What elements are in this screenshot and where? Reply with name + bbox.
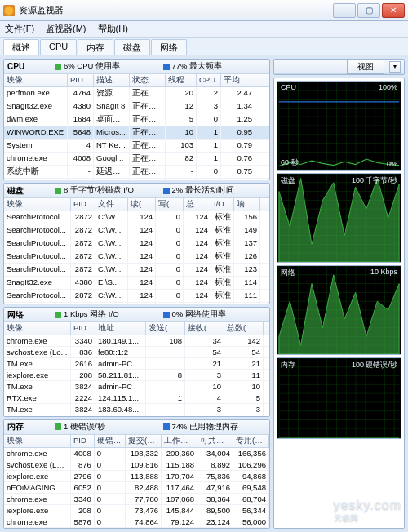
net-meter-2: 0% 网络使用率 — [172, 309, 226, 320]
table-row[interactable]: iexplore.exe20858.211.81...8311 — [4, 370, 269, 381]
panel-network: 网络 1 Kbps 网络 I/O 0% 网络使用率 映像PID地址发送(字节..… — [3, 307, 270, 416]
tab-disk[interactable]: 磁盘 — [114, 39, 150, 55]
graph-panel: CPU100%60 秒0%磁盘100 千字节/秒网络10 Kbps内存100 硬… — [273, 78, 405, 529]
left-pane: CPU 6% CPU 使用率 77% 最大频率 映像PID描述状态线程...CP… — [0, 55, 273, 532]
column-header[interactable]: PID — [71, 322, 95, 335]
graph-磁盘: 磁盘100 千字节/秒 — [277, 173, 401, 263]
column-header[interactable]: 线程... — [166, 74, 197, 86]
column-header[interactable]: 工作集... — [162, 435, 197, 447]
maximize-button[interactable]: ▢ — [357, 3, 380, 18]
menu-bar: 文件(F) 监视器(M) 帮助(H) — [0, 21, 408, 38]
table-row[interactable]: TM.exe2616183.60.48...33 — [4, 415, 269, 416]
column-header[interactable]: 映像 — [4, 198, 71, 211]
column-header[interactable]: I/O... — [211, 198, 234, 211]
panel-memory: 内存 1 硬错误/秒 74% 已用物理内存 映像PID硬错误/...提交(KB)… — [3, 419, 270, 529]
graph-CPU: CPU100%60 秒0% — [277, 81, 401, 171]
right-pane: 视图 ▾ CPU100%60 秒0%磁盘100 千字节/秒网络10 Kbps内存… — [273, 55, 408, 532]
menu-file[interactable]: 文件(F) — [5, 23, 34, 35]
table-row[interactable]: System4NT Ker...正在运行10310.79 — [4, 140, 269, 153]
table-row[interactable]: RTX.exe2224124.115.1...145 — [4, 392, 269, 404]
table-row[interactable]: chrome.exe4008Googl...正在运行8210.76 — [4, 153, 269, 166]
menu-help[interactable]: 帮助(H) — [98, 23, 128, 35]
mem-meter-1: 1 硬错误/秒 — [64, 422, 105, 432]
cpu-meter-1: 6% CPU 使用率 — [64, 61, 120, 72]
minimize-button[interactable]: — — [333, 3, 356, 18]
column-header[interactable]: PID — [68, 74, 94, 86]
table-row[interactable]: SearchProtocol...2872C:\W...1240124标准126 — [4, 250, 269, 264]
table-row[interactable]: iexplore.exe208073,476145,84489,50056,34… — [4, 505, 269, 516]
table-row[interactable]: 系统中断-延迟过...正在运行-00.75 — [4, 166, 269, 179]
column-header[interactable]: 硬错误/... — [95, 435, 126, 447]
titlebar: 资源监视器 — ▢ ✕ — [0, 0, 408, 21]
table-row[interactable]: SnagIt32.exe4380E:\S...1240124标准114 — [4, 277, 269, 290]
column-header[interactable]: CPU — [197, 74, 221, 86]
table-row[interactable]: TM.exe3824admin-PC1010 — [4, 381, 269, 392]
menu-monitor[interactable]: 监视器(M) — [46, 23, 86, 35]
table-row[interactable]: WINWORD.EXE5648063,056156,500101,52454,9… — [4, 528, 269, 529]
column-header[interactable]: 发送(字节... — [146, 322, 185, 335]
mem-meter-2: 74% 已用物理内存 — [172, 422, 239, 432]
table-row[interactable]: svchost.exe (Lo...836fe80::1:25454 — [4, 347, 269, 358]
column-header[interactable]: 映像 — [4, 435, 71, 447]
column-header[interactable]: 专用(KB) — [233, 435, 269, 447]
column-header[interactable]: 映像 — [4, 322, 71, 335]
table-row[interactable]: chrome.exe3340077,780107,06838,36468,704 — [4, 494, 269, 505]
column-header[interactable]: 提交(KB) — [126, 435, 162, 447]
column-header[interactable]: 响应... — [234, 198, 260, 211]
column-header[interactable]: 接收(字节... — [185, 322, 224, 335]
table-row[interactable]: SearchProtocol...2872C:\W...1240124标准137 — [4, 237, 269, 250]
table-row[interactable]: chrome.exe3340180.149.1...10834142 — [4, 335, 269, 347]
tab-network[interactable]: 网络 — [151, 39, 187, 55]
column-header[interactable]: 总数(字节... — [224, 322, 264, 335]
table-row[interactable]: SearchProtocol...2872C:\W...1240124标准156 — [4, 211, 269, 224]
panel-disk-title: 磁盘 — [7, 185, 50, 197]
table-row[interactable]: csrss.exe456Client ...正在运行1400.31 — [4, 179, 269, 180]
column-header[interactable]: 地址 — [95, 322, 146, 335]
column-header[interactable]: 描述 — [94, 74, 130, 86]
tab-memory[interactable]: 内存 — [78, 39, 113, 55]
tab-bar: 概述 CPU 内存 磁盘 网络 — [0, 38, 408, 55]
table-row[interactable]: SearchProtocol...2872C:\W...1240124标准102 — [4, 303, 269, 304]
column-header[interactable]: 文件 — [95, 198, 128, 211]
table-row[interactable]: iexplore.exe27960113,888170,70475,83694,… — [4, 471, 269, 482]
column-header[interactable]: 读(字... — [128, 198, 156, 211]
table-row[interactable]: SearchProtocol...2872C:\W...1240124标准149 — [4, 224, 269, 237]
table-row[interactable]: perfmon.exe4764资源和...正在运行2022.47 — [4, 87, 269, 100]
window-title: 资源监视器 — [19, 4, 333, 16]
net-meter-1: 1 Kbps 网络 I/O — [64, 309, 119, 320]
panel-net-title: 网络 — [7, 309, 50, 321]
table-row[interactable]: chrome.exe5876074,86479,12423,12456,000 — [4, 516, 269, 528]
column-header[interactable]: PID — [71, 198, 95, 211]
view-button[interactable]: 视图 — [347, 60, 384, 74]
table-row[interactable]: TM.exe2616admin-PC2121 — [4, 358, 269, 370]
table-row[interactable]: SnagIt32.exe4380SnagIt 8正在运行1231.34 — [4, 100, 269, 113]
column-header[interactable]: 可共享(... — [197, 435, 233, 447]
app-icon — [3, 5, 15, 16]
table-row[interactable]: WINWORD.EXE5648Micros...正在运行1010.95 — [4, 126, 269, 140]
panel-cpu-title: CPU — [7, 62, 50, 71]
table-row[interactable]: SearchProtocol...2872C:\W...1240124标准111 — [4, 290, 269, 303]
graph-网络: 网络10 Kbps — [277, 265, 401, 355]
panel-cpu: CPU 6% CPU 使用率 77% 最大频率 映像PID描述状态线程...CP… — [3, 59, 270, 180]
table-row[interactable]: nEOiMAGING.exe6052082,488117,46447,91669… — [4, 482, 269, 494]
column-header[interactable]: 映像 — [4, 74, 68, 86]
table-row[interactable]: TM.exe3824183.60.48...33 — [4, 404, 269, 415]
panel-disk: 磁盘 8 千字节/秒磁盘 I/O 2% 最长活动时间 映像PID文件读(字...… — [3, 183, 270, 304]
table-row[interactable]: svchost.exe (Loca...8760109,816115,1888,… — [4, 459, 269, 471]
watermark: yesky.com天极网 — [334, 498, 401, 524]
table-row[interactable]: SearchProtocol...2872C:\W...1240124标准123 — [4, 264, 269, 277]
column-header[interactable]: PID — [71, 435, 95, 447]
close-button[interactable]: ✕ — [382, 3, 405, 18]
table-row[interactable]: chrome.exe40080198,332200,36034,004166,3… — [4, 448, 269, 459]
disk-meter-2: 2% 最长活动时间 — [172, 185, 234, 196]
column-header[interactable]: 写(字... — [156, 198, 184, 211]
column-header[interactable]: 平均 C... — [221, 74, 255, 86]
cpu-meter-2: 77% 最大频率 — [172, 61, 223, 72]
column-header[interactable]: 状态 — [130, 74, 166, 86]
tab-overview[interactable]: 概述 — [3, 39, 39, 55]
tab-cpu[interactable]: CPU — [40, 39, 77, 55]
column-header[interactable]: 总数(... — [184, 198, 211, 211]
panel-mem-title: 内存 — [7, 421, 50, 432]
view-dropdown-icon[interactable]: ▾ — [389, 61, 401, 73]
table-row[interactable]: dwm.exe1684桌面窗...正在运行501.25 — [4, 113, 269, 126]
